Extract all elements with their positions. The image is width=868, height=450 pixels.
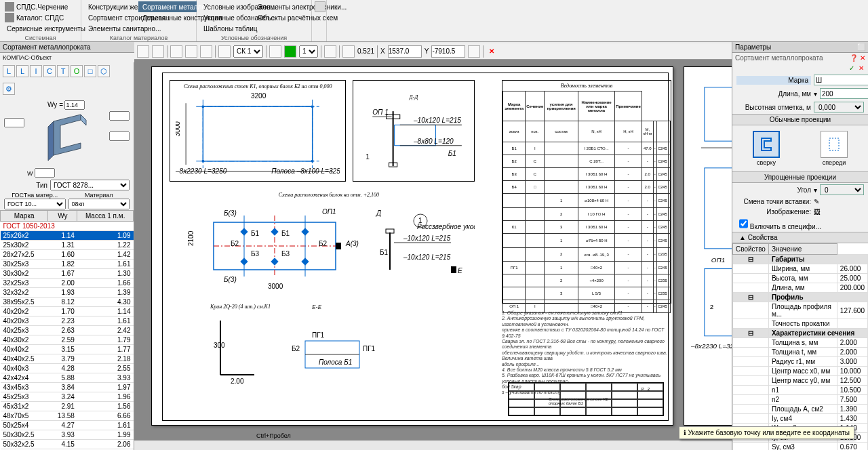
profile-row[interactable]: 45x31x22.911.56 xyxy=(1,402,134,411)
proj-front[interactable]: спереди xyxy=(821,131,848,166)
box-shape-icon[interactable]: □ xyxy=(84,65,96,77)
prop-row[interactable]: Толщина s, мм2.000 xyxy=(733,338,868,348)
profile-row[interactable]: 40x25x32.632.42 xyxy=(1,326,134,335)
ribbon-extra-btn[interactable] xyxy=(315,1,326,12)
profile-row[interactable]: 32x32x21.931.39 xyxy=(1,288,134,298)
profile-row[interactable]: 50x25x44.271.61 xyxy=(1,421,134,430)
zoom-btn[interactable] xyxy=(324,45,336,58)
x-input[interactable] xyxy=(388,45,422,58)
gost-mat-select[interactable]: ГОСТ 10... xyxy=(4,199,66,209)
ribbon-table-templates[interactable]: Шаблоны таблиц xyxy=(199,23,254,34)
profile-row[interactable]: 40x40x23.151.77 xyxy=(1,345,134,354)
length-input[interactable] xyxy=(820,88,868,99)
marka-input[interactable] xyxy=(814,75,868,85)
ribbon-cond-desig[interactable]: Условные обозначен... xyxy=(199,12,254,23)
filter-button[interactable]: ⚙ xyxy=(3,83,15,95)
params-close-icon[interactable]: ✕ xyxy=(860,54,865,62)
profile-row[interactable]: 28x27x2.51.601.42 xyxy=(1,250,134,260)
ribbon-service-tools[interactable]: Сервисные инструменты xyxy=(3,23,78,34)
material-select[interactable]: 08кп xyxy=(68,199,130,209)
ribbon-building-range[interactable]: Сортамент строительны... xyxy=(84,12,138,23)
ribbon-electro[interactable]: Элементы электротехники... xyxy=(254,1,312,12)
l-shape2-icon[interactable]: L xyxy=(16,65,28,77)
prop-row[interactable]: Ширина, мм26.000 xyxy=(733,264,868,274)
help-icon[interactable]: ❓ xyxy=(850,54,858,62)
profile-row[interactable]: 40x40x2.53.792.18 xyxy=(1,354,134,364)
edit-button[interactable] xyxy=(200,45,212,58)
elevation-select[interactable]: 0,000 xyxy=(814,102,864,112)
profile-row[interactable]: 45x25x33.241.96 xyxy=(1,392,134,402)
profile-row[interactable]: 50x32x2.54.152.06 xyxy=(1,440,134,449)
i-shape-icon[interactable]: I xyxy=(30,65,42,77)
length-lock-icon[interactable]: ▾ xyxy=(814,90,817,98)
profile-row[interactable]: 38x95x2.58.124.30 xyxy=(1,298,134,307)
profile-row[interactable]: 25x30x21.311.22 xyxy=(1,241,134,250)
snap-button[interactable] xyxy=(269,45,281,58)
ribbon-reinforced-concrete[interactable]: Конструкции железобетонн... xyxy=(84,1,138,12)
profile-row[interactable]: 30x25x31.821.61 xyxy=(1,260,134,269)
proj-top[interactable]: сверху xyxy=(753,131,780,166)
profile-table[interactable]: МаркаWyМасса 1 п.м.ГОСТ 1050-201325x26x2… xyxy=(0,210,134,450)
prop-row[interactable]: n27.500 xyxy=(733,395,868,405)
params-maximize-icon[interactable]: ⬜ xyxy=(857,43,865,51)
w-input[interactable] xyxy=(35,168,55,178)
close-button[interactable]: ✕ xyxy=(486,47,497,55)
prop-row[interactable]: Iy, см41.430 xyxy=(733,414,868,424)
wu-input[interactable] xyxy=(64,100,85,110)
profile-row[interactable]: 40x20x32.231.61 xyxy=(1,316,134,326)
profile-row[interactable]: 25x26x21.141.09 xyxy=(1,231,134,241)
hex-shape-icon[interactable]: ⬡ xyxy=(98,65,110,77)
brush-button[interactable] xyxy=(170,45,182,58)
ribbon-calc-schemes[interactable]: Объекты расчётных схем xyxy=(254,12,312,23)
prop-row[interactable]: Радиус r1, мм3.000 xyxy=(733,357,868,367)
ribbon-spds-draw[interactable]: СПДС.Черчение xyxy=(3,1,78,12)
profile-row[interactable]: 40x20x21.701.14 xyxy=(1,307,134,316)
c-shape-icon[interactable]: C xyxy=(43,65,56,77)
profile-row[interactable]: 42x42x45.883.93 xyxy=(1,373,134,383)
image-icon[interactable]: 🖼 xyxy=(814,208,821,216)
drawing-canvas[interactable]: Схема расположения стоек К1, опорных бал… xyxy=(134,60,732,441)
prop-row[interactable]: Центр масс x0, мм10.000 xyxy=(733,367,868,376)
ribbon-cond-img[interactable]: Условные изображен... xyxy=(199,1,254,12)
profile-row[interactable]: 32x25x32.001.66 xyxy=(1,279,134,288)
angle-select[interactable]: 0 xyxy=(820,184,864,195)
l-shape-icon[interactable]: L xyxy=(3,65,15,77)
tab-title[interactable]: Сортамент металлопроката xyxy=(3,43,90,51)
dim1-input[interactable] xyxy=(4,118,24,127)
props-title[interactable]: ▲ Свойства xyxy=(732,232,868,243)
ribbon-sanitary[interactable]: Элементы санитарно... xyxy=(84,23,138,34)
profile-row[interactable]: 30x30x21.671.30 xyxy=(1,269,134,279)
measure-button[interactable] xyxy=(468,45,480,58)
line-button[interactable] xyxy=(185,45,197,58)
profile-row[interactable]: 40x40x34.282.55 xyxy=(1,364,134,373)
scale-select[interactable]: 1 xyxy=(299,45,318,58)
profile-row[interactable]: 48x70x513.586.66 xyxy=(1,411,134,421)
insert-pt-icon[interactable]: ✎ xyxy=(814,198,819,205)
t-shape-icon[interactable]: T xyxy=(57,65,69,77)
ribbon-catalog-spds[interactable]: Каталог: СПДС xyxy=(3,12,78,23)
undo-button[interactable] xyxy=(137,45,149,58)
type-select[interactable]: ГОСТ 8278... xyxy=(50,180,130,190)
redo-button[interactable] xyxy=(152,45,164,58)
prop-row[interactable]: Точность прокатки xyxy=(733,319,868,329)
prop-row[interactable]: Толщина t, мм2.000 xyxy=(733,348,868,357)
prop-row[interactable]: n110.500 xyxy=(733,386,868,395)
sk-select[interactable]: СК 1 xyxy=(233,45,263,58)
dim3-input[interactable] xyxy=(109,131,130,141)
props-grid[interactable]: СвойствоЗначение⊟ГабаритыШирина, мм26.00… xyxy=(732,243,868,450)
ribbon-metal-range[interactable]: Сортамент металлопроката xyxy=(138,1,197,12)
prop-row[interactable]: Sy, см30.670 xyxy=(733,443,868,451)
ribbon-wood[interactable]: Деревянные конструкции xyxy=(138,12,197,23)
include-spec-checkbox[interactable] xyxy=(739,218,748,229)
profile-row[interactable]: 50x30x2.53.931.99 xyxy=(1,430,134,440)
grid-button[interactable] xyxy=(218,45,231,58)
angle-lock-icon[interactable]: ▾ xyxy=(814,186,817,194)
y-input[interactable] xyxy=(431,45,465,58)
color-button[interactable] xyxy=(284,45,296,58)
apply-icon[interactable]: ✓ xyxy=(849,64,854,72)
prop-row[interactable]: Длина, мм200.000 xyxy=(733,283,868,293)
prop-row[interactable]: Центр масс y0, мм12.500 xyxy=(733,376,868,386)
prop-row[interactable]: Высота, мм25.000 xyxy=(733,274,868,283)
profile-row[interactable]: 40x30x22.591.79 xyxy=(1,335,134,345)
prop-row[interactable]: Площадь профиля м...127.600 xyxy=(733,302,868,319)
